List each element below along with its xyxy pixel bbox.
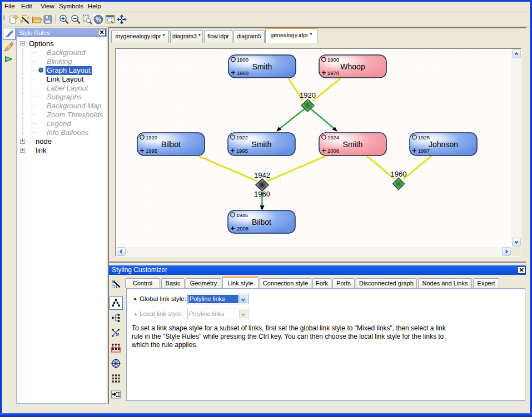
svg-text:1922: 1922 <box>236 134 248 140</box>
svg-text:1920: 1920 <box>146 134 157 140</box>
svg-text:1945: 1945 <box>236 212 248 218</box>
svg-text:1970: 1970 <box>327 70 339 76</box>
svg-text:1997: 1997 <box>418 148 430 154</box>
svg-text:2008: 2008 <box>327 148 339 154</box>
svg-text:1920: 1920 <box>300 91 316 99</box>
svg-text:1925: 1925 <box>418 134 430 140</box>
svg-text:1995: 1995 <box>236 148 248 154</box>
svg-text:%: % <box>96 16 101 23</box>
svg-text:1960: 1960 <box>237 70 248 76</box>
svg-text:1960: 1960 <box>391 170 407 178</box>
svg-text:Smith: Smith <box>343 140 363 149</box>
svg-text:Bilbot: Bilbot <box>252 218 271 227</box>
svg-text:Smith: Smith <box>252 140 272 149</box>
svg-text:1924: 1924 <box>327 134 339 140</box>
svg-text:2008: 2008 <box>237 225 248 232</box>
svg-text:1960: 1960 <box>254 190 270 198</box>
svg-text:Whoop: Whoop <box>340 62 365 71</box>
svg-text:1942: 1942 <box>254 171 270 179</box>
svg-text:1900: 1900 <box>327 57 339 63</box>
svg-text:Johnson: Johnson <box>429 140 458 149</box>
svg-text:Bilbot: Bilbot <box>161 140 181 149</box>
svg-text:1995: 1995 <box>146 148 157 154</box>
svg-text:1900: 1900 <box>237 57 248 63</box>
svg-text:Smith: Smith <box>252 62 272 71</box>
